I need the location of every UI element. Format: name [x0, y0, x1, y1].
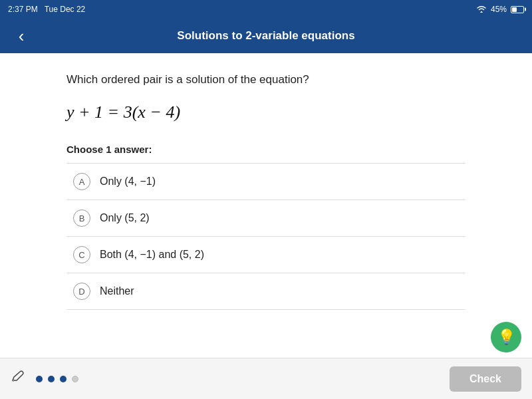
check-button[interactable]: Check	[450, 366, 521, 392]
bottom-bar: Check	[0, 358, 532, 399]
option-d-text: Neither	[100, 285, 134, 297]
battery-icon	[511, 6, 524, 13]
battery-percentage: 45%	[491, 5, 507, 14]
choose-label: Choose 1 answer:	[66, 144, 466, 155]
wifi-icon	[476, 5, 487, 15]
option-c-circle: C	[73, 246, 90, 263]
header-title: Solutions to 2-variable equations	[177, 29, 354, 43]
question-text: Which ordered pair is a solution of the …	[66, 73, 466, 86]
back-button[interactable]: ‹	[9, 24, 33, 48]
option-a[interactable]: A Only (4, −1)	[66, 164, 466, 200]
equation-display: y + 1 = 3(x − 4)	[66, 102, 466, 122]
status-bar: 2:37 PM Tue Dec 22 45%	[0, 0, 532, 19]
option-d[interactable]: D Neither	[66, 273, 466, 309]
option-b[interactable]: B Only (5, 2)	[66, 200, 466, 236]
option-b-text: Only (5, 2)	[100, 212, 150, 224]
option-a-text: Only (4, −1)	[100, 176, 156, 188]
progress-dots	[36, 376, 78, 382]
back-chevron-icon: ‹	[19, 26, 25, 47]
pencil-icon	[11, 370, 24, 387]
option-a-circle: A	[73, 173, 90, 190]
status-day: Tue Dec 22	[45, 5, 86, 14]
option-d-circle: D	[73, 283, 90, 300]
dot-1	[36, 376, 43, 382]
dot-3	[60, 376, 66, 382]
dot-2	[48, 376, 55, 382]
header: ‹ Solutions to 2-variable equations	[0, 19, 532, 53]
content-area: Which ordered pair is a solution of the …	[0, 53, 532, 363]
option-c[interactable]: C Both (4, −1) and (5, 2)	[66, 237, 466, 273]
status-time: 2:37 PM	[8, 5, 38, 14]
hint-button[interactable]: 💡	[491, 322, 521, 352]
divider-bottom	[66, 309, 466, 310]
dot-4	[72, 376, 78, 382]
option-c-text: Both (4, −1) and (5, 2)	[100, 249, 204, 261]
hint-icon: 💡	[497, 329, 515, 346]
option-b-circle: B	[73, 209, 90, 227]
